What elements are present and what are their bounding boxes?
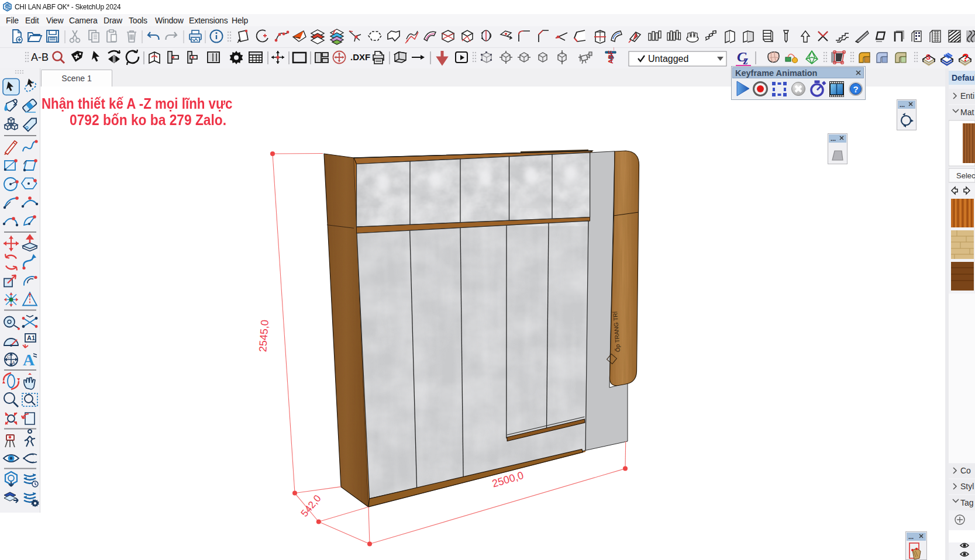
svg-text:A1: A1 — [27, 334, 35, 341]
svg-text:z: z — [743, 54, 748, 67]
svg-text:Tag: Tag — [960, 498, 974, 507]
svg-text:Co: Co — [960, 466, 971, 475]
svg-text:...: ... — [831, 135, 836, 142]
svg-text:A-B: A-B — [31, 51, 49, 63]
svg-text:...: ... — [908, 533, 914, 540]
svg-text:C: C — [7, 355, 10, 359]
svg-text:Enti: Enti — [960, 91, 974, 101]
svg-text:.DXF: .DXF — [350, 52, 370, 62]
svg-text:A: A — [12, 361, 15, 365]
svg-text:542,0: 542,0 — [299, 493, 323, 519]
svg-text:Keyframe Animation: Keyframe Animation — [735, 68, 817, 78]
svg-text:Untagged: Untagged — [648, 54, 688, 64]
svg-text:Select: Select — [956, 171, 975, 180]
svg-text:Defaul: Defaul — [952, 73, 975, 82]
svg-text:2545,0: 2545,0 — [257, 319, 271, 352]
svg-text:Styl: Styl — [960, 482, 974, 491]
svg-text:?: ? — [962, 51, 969, 64]
svg-text:ABF_: ABF_ — [607, 47, 614, 64]
svg-text:Mat: Mat — [960, 108, 974, 117]
svg-text:S: S — [926, 53, 931, 61]
svg-text:...: ... — [900, 101, 905, 108]
svg-text:?: ? — [853, 84, 859, 94]
svg-text:A: A — [23, 351, 35, 369]
